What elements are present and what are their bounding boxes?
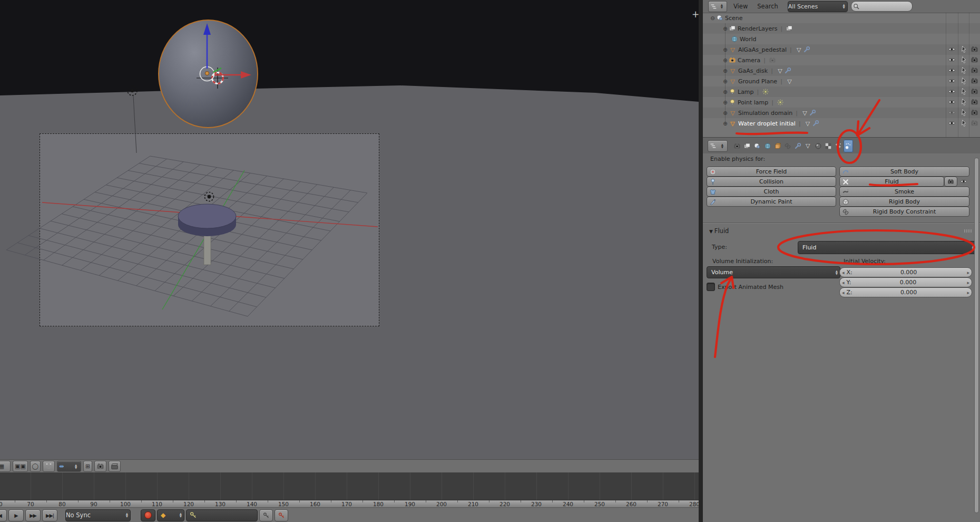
fast-forward-button[interactable]: ▶▶	[25, 509, 41, 521]
outliner-item-scene[interactable]: ⊖ Scene	[703, 13, 980, 23]
cloth-button[interactable]: Cloth	[707, 187, 836, 197]
visibility-eye-icon[interactable]	[948, 98, 956, 106]
properties-scrollbar[interactable]	[974, 158, 979, 513]
collapse-icon[interactable]: ⊖	[709, 15, 716, 21]
expand-icon[interactable]: ⊕	[722, 100, 729, 105]
outliner-item-world[interactable]: World	[703, 34, 980, 44]
outliner-item-simulation-domain[interactable]: ⊕ ▽ Simulation domain | ▽	[703, 108, 980, 118]
fluid-camera-toggle[interactable]	[944, 177, 957, 187]
selectability-cursor-icon[interactable]	[960, 77, 968, 85]
frame-ruler[interactable]: 6070809010011012013014015016017018019020…	[0, 500, 699, 508]
tab-particles[interactable]	[834, 140, 843, 152]
snap-magnet-icon[interactable]	[43, 461, 55, 472]
visibility-eye-icon[interactable]	[948, 109, 956, 117]
outliner-editor[interactable]: ▲▼ View Search All Scenes ▲▼ ⊖	[703, 0, 980, 137]
scene-filter-dropdown[interactable]: All Scenes ▲▼	[788, 1, 848, 12]
soft-body-button[interactable]: Soft Body	[839, 167, 969, 177]
tab-physics[interactable]	[844, 140, 853, 152]
outliner-item-gaas-disk[interactable]: ⊕ ▽ GaAs_disk | ▽	[703, 65, 980, 76]
expand-icon[interactable]: ⊕	[722, 47, 729, 53]
outliner-editor-type-icon[interactable]: ▲▼	[708, 1, 727, 12]
outliner-item-water-droplet-initial[interactable]: ⊕ ▽ Water droplet initial | ▽	[703, 118, 980, 129]
tab-render[interactable]	[732, 140, 742, 152]
panel-collapse-triangle-icon[interactable]: ▼	[709, 229, 714, 234]
increment-arrow-icon[interactable]: ▸	[965, 280, 972, 285]
delete-keyframe-button[interactable]	[275, 509, 288, 521]
manipulator-circle-icon[interactable]: ◯	[30, 461, 41, 472]
sync-mode-dropdown[interactable]: No Sync ▲▼	[65, 509, 131, 521]
jump-to-end-button[interactable]: ▶▶|	[42, 509, 57, 521]
outliner-item-point-lamp[interactable]: ⊕ Point lamp |	[703, 97, 980, 108]
active-keying-set-field[interactable]	[186, 509, 258, 521]
selectability-cursor-icon[interactable]	[960, 66, 968, 74]
expand-icon[interactable]: ⊕	[722, 79, 729, 84]
decrement-arrow-icon[interactable]: ◂	[840, 280, 847, 285]
outliner-search-menu[interactable]: Search	[757, 3, 778, 10]
renderability-camera-icon[interactable]	[971, 77, 978, 85]
outliner-item-ground-plane[interactable]: ⊕ ▽ Ground Plane | ▽	[703, 76, 980, 86]
visibility-eye-icon[interactable]	[948, 119, 956, 127]
record-button[interactable]	[141, 509, 155, 521]
outliner-item-renderlayers[interactable]: ⊕ RenderLayers |	[703, 23, 980, 34]
expand-icon[interactable]: ⊕	[722, 89, 729, 95]
velocity-x-field[interactable]: ◂ X: 0.000 ▸	[839, 267, 972, 277]
rigid-body-button[interactable]: Rigid Body	[839, 197, 969, 207]
tab-object-data[interactable]: ▽	[803, 140, 812, 152]
volume-init-dropdown[interactable]: Volume ▲▼	[707, 266, 840, 278]
fluid-type-dropdown[interactable]: Fluid ▲▼	[798, 241, 977, 254]
tab-texture[interactable]	[824, 140, 833, 152]
play-button[interactable]: ▶	[8, 509, 24, 521]
renderability-camera-icon[interactable]	[971, 88, 978, 95]
opengl-render-anim-icon[interactable]	[109, 461, 121, 472]
selectability-cursor-icon[interactable]	[960, 45, 968, 53]
renderability-camera-icon[interactable]	[971, 66, 978, 74]
region-expand-plus-icon[interactable]: +	[690, 9, 699, 20]
visibility-eye-icon[interactable]	[948, 45, 956, 53]
expand-icon[interactable]: ⊕	[722, 121, 729, 127]
timeline-track[interactable]	[0, 472, 699, 500]
fluid-eye-toggle[interactable]	[957, 177, 969, 186]
fluid-panel-header[interactable]: ▼ Fluid	[709, 227, 729, 235]
renderability-camera-icon[interactable]	[971, 119, 978, 127]
insert-keyframe-button[interactable]	[259, 509, 273, 521]
snap-element-dropdown[interactable]: ⇹▲▼	[57, 461, 81, 472]
visibility-eye-icon[interactable]	[948, 66, 956, 74]
force-field-button[interactable]: Force Field	[707, 167, 836, 177]
timeline-editor[interactable]: 6070809010011012013014015016017018019020…	[0, 472, 699, 522]
decrement-arrow-icon[interactable]: ◂	[840, 270, 847, 275]
visibility-eye-icon[interactable]	[948, 56, 956, 64]
snap-target-icon[interactable]: ⊞	[83, 461, 92, 472]
jump-to-start-button[interactable]: |◀	[0, 509, 7, 521]
decrement-arrow-icon[interactable]: ◂	[840, 290, 847, 295]
outliner-item-lamp[interactable]: ⊕ Lamp |	[703, 86, 980, 97]
expand-icon[interactable]: ⊕	[722, 57, 729, 63]
smoke-button[interactable]: Smoke	[839, 187, 969, 197]
renderability-camera-icon[interactable]	[971, 109, 978, 117]
tab-constraints[interactable]	[783, 140, 792, 152]
renderability-camera-icon[interactable]	[971, 98, 978, 106]
velocity-z-field[interactable]: ◂ Z: 0.000 ▸	[839, 287, 972, 297]
properties-editor-type-button[interactable]: ▲▼	[708, 140, 728, 152]
rigid-body-constraint-button[interactable]: Rigid Body Constraint	[839, 207, 969, 217]
editor-type-button[interactable]: ▦	[0, 461, 11, 472]
tab-render-layers[interactable]	[742, 140, 752, 152]
layers-widget[interactable]: ▣▣	[13, 461, 28, 472]
keying-set-dropdown[interactable]: ◆ ▲▼	[157, 509, 184, 521]
dynamic-paint-button[interactable]: Dynamic Paint	[707, 197, 836, 207]
properties-editor[interactable]: Enable physics for: Force Field Collisio…	[703, 153, 980, 522]
panel-drag-dots-icon[interactable]	[964, 229, 972, 233]
water-droplet-sphere-object[interactable]	[158, 20, 258, 128]
selectability-cursor-icon[interactable]	[960, 88, 968, 95]
outliner-item-algaas-pedestal[interactable]: ⊕ ▽ AlGaAs_pedestal | ▽	[703, 44, 980, 55]
3d-viewport[interactable]: +	[0, 0, 699, 459]
outliner-view-menu[interactable]: View	[733, 3, 748, 10]
renderability-camera-icon[interactable]	[971, 56, 978, 64]
outliner-item-camera[interactable]: ⊕ Camera |	[703, 55, 980, 65]
tab-object[interactable]	[773, 140, 782, 152]
increment-arrow-icon[interactable]: ▸	[965, 270, 972, 275]
expand-icon[interactable]: ⊕	[722, 110, 729, 116]
renderability-camera-icon[interactable]	[971, 45, 978, 53]
fluid-button[interactable]: Fluid	[839, 177, 944, 187]
tab-world[interactable]	[763, 140, 772, 152]
visibility-eye-icon[interactable]	[948, 88, 956, 95]
